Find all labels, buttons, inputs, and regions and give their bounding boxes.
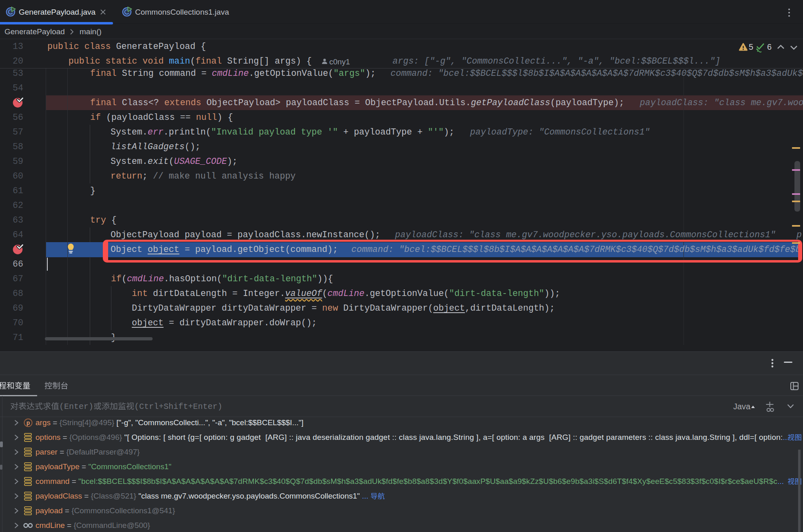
svg-text:p: p <box>27 419 30 426</box>
